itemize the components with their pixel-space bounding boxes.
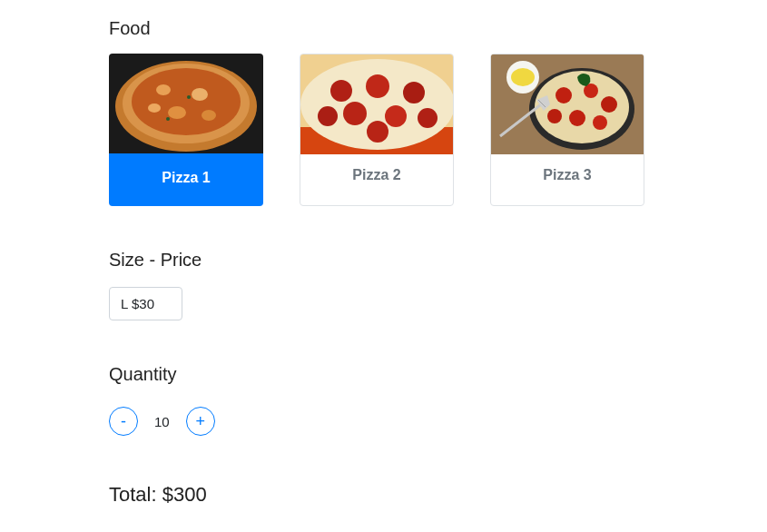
svg-point-6 bbox=[168, 106, 186, 119]
food-image bbox=[300, 54, 454, 154]
quantity-value: 10 bbox=[154, 414, 170, 429]
food-card-pizza-2[interactable]: Pizza 2 bbox=[300, 54, 454, 206]
food-label: Pizza 3 bbox=[491, 154, 644, 196]
svg-point-18 bbox=[385, 105, 407, 127]
svg-point-28 bbox=[556, 87, 572, 103]
svg-point-4 bbox=[156, 84, 171, 95]
size-title: Size - Price bbox=[109, 250, 658, 271]
svg-point-9 bbox=[187, 95, 191, 99]
svg-point-5 bbox=[192, 88, 208, 101]
svg-point-3 bbox=[132, 68, 241, 135]
food-title: Food bbox=[109, 18, 658, 39]
svg-point-7 bbox=[202, 110, 216, 121]
quantity-title: Quantity bbox=[109, 364, 658, 385]
svg-point-10 bbox=[166, 117, 170, 121]
total-label: Total: $300 bbox=[109, 483, 658, 507]
svg-point-19 bbox=[418, 108, 438, 128]
quantity-minus-button[interactable]: - bbox=[109, 407, 138, 436]
svg-point-17 bbox=[343, 102, 367, 125]
svg-point-8 bbox=[148, 103, 161, 113]
food-card-pizza-3[interactable]: Pizza 3 bbox=[490, 54, 644, 206]
svg-point-32 bbox=[593, 115, 607, 130]
food-label: Pizza 2 bbox=[300, 154, 453, 196]
food-list: Pizza 1 Pizza 2 bbox=[109, 54, 658, 206]
size-select[interactable]: L $30 bbox=[109, 287, 182, 320]
svg-point-14 bbox=[330, 80, 352, 102]
svg-point-25 bbox=[511, 68, 535, 86]
quantity-controls: - 10 + bbox=[109, 407, 658, 436]
svg-point-33 bbox=[547, 109, 562, 123]
quantity-plus-button[interactable]: + bbox=[186, 407, 215, 436]
svg-point-16 bbox=[403, 82, 425, 103]
svg-point-31 bbox=[569, 110, 585, 126]
svg-point-21 bbox=[367, 121, 388, 143]
food-card-pizza-1[interactable]: Pizza 1 bbox=[109, 54, 263, 206]
svg-point-30 bbox=[601, 96, 617, 113]
svg-point-20 bbox=[318, 106, 338, 126]
food-image bbox=[491, 54, 644, 154]
svg-point-15 bbox=[366, 74, 389, 98]
food-label: Pizza 1 bbox=[109, 153, 263, 206]
food-image bbox=[109, 54, 263, 153]
